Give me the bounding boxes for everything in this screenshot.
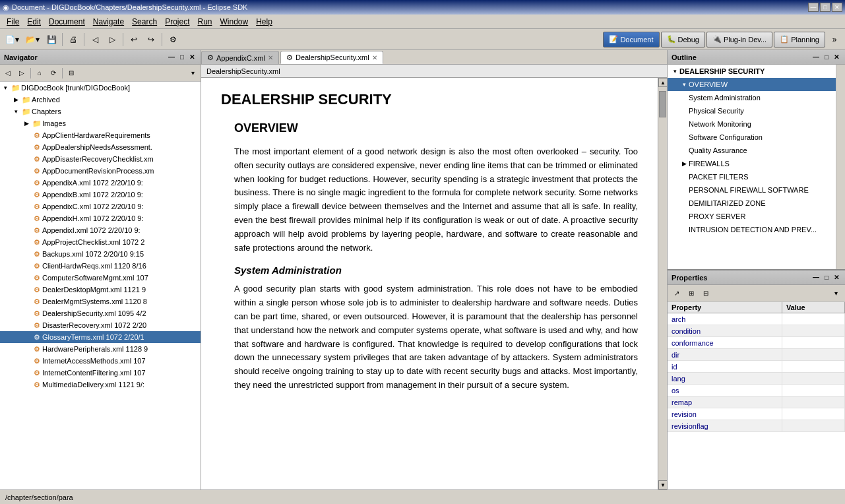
list-item[interactable]: ▶ 📁 Images bbox=[0, 117, 201, 129]
list-item[interactable]: ⚙ AppendixB.xml 1072 2/20/10 9: bbox=[0, 189, 201, 201]
list-item[interactable]: ⚙ AppendixA.xml 1072 2/20/10 9: bbox=[0, 177, 201, 189]
toolbar-back-btn[interactable]: ◁ bbox=[87, 32, 103, 47]
table-row[interactable]: arch bbox=[668, 313, 845, 325]
perspective-debug[interactable]: 🐛 Debug bbox=[661, 32, 705, 47]
outline-item-packet[interactable]: PACKET FILTERS bbox=[668, 170, 836, 183]
prop-value-cell[interactable] bbox=[782, 420, 844, 432]
tree-archived[interactable]: ▶ 📁 Archived bbox=[0, 94, 201, 106]
prop-value-cell[interactable] bbox=[782, 373, 844, 385]
toolbar-save-btn[interactable]: 💾 bbox=[44, 32, 59, 47]
list-item[interactable]: ⚙ AppClientHardwareRequirements bbox=[0, 129, 201, 141]
prop-value-cell[interactable] bbox=[782, 337, 844, 349]
perspective-plugin[interactable]: 🔌 Plug-in Dev... bbox=[706, 32, 772, 47]
list-item[interactable]: ⚙ AppendixI.xml 1072 2/20/10 9: bbox=[0, 224, 201, 236]
appendixc-tab-close[interactable]: ✕ bbox=[268, 54, 273, 61]
outline-item-physical[interactable]: Physical Security bbox=[668, 104, 836, 117]
prop-value-cell[interactable] bbox=[782, 408, 844, 420]
list-item[interactable]: ⚙ Backups.xml 1072 2/20/10 9:15 bbox=[0, 248, 201, 260]
prop-toolbar-btn1[interactable]: ↗ bbox=[670, 287, 683, 300]
prop-value-cell[interactable] bbox=[782, 313, 844, 325]
outline-close-btn[interactable]: ✕ bbox=[832, 53, 841, 61]
menu-search[interactable]: Search bbox=[128, 16, 161, 28]
prop-value-cell[interactable] bbox=[782, 349, 844, 361]
prop-toolbar-btn3[interactable]: ⊟ bbox=[699, 287, 712, 300]
nav-sync-btn[interactable]: ⟳ bbox=[47, 67, 60, 80]
toolbar-misc-btn[interactable]: ⚙ bbox=[165, 32, 181, 47]
minimize-button[interactable]: — bbox=[808, 3, 819, 12]
menu-help[interactable]: Help bbox=[252, 16, 276, 28]
table-row[interactable]: revision bbox=[668, 408, 845, 420]
list-item[interactable]: ⚙ MultimediaDelivery.xml 1121 9/: bbox=[0, 379, 201, 391]
menu-edit[interactable]: Edit bbox=[23, 16, 45, 28]
prop-value-cell[interactable] bbox=[782, 361, 844, 373]
maximize-button[interactable]: □ bbox=[820, 3, 830, 12]
list-item[interactable]: ⚙ DealershipSecurity.xml 1095 4/2 bbox=[0, 307, 201, 319]
list-item[interactable]: ⚙ AppDisasterRecoveryChecklist.xm bbox=[0, 153, 201, 165]
properties-minimize-btn[interactable]: — bbox=[811, 273, 821, 282]
menu-file[interactable]: File bbox=[3, 16, 23, 28]
list-item[interactable]: ⚙ DealerMgmtSystems.xml 1120 8 bbox=[0, 296, 201, 307]
navigator-maximize-btn[interactable]: □ bbox=[178, 53, 186, 61]
scrollbar-thumb[interactable] bbox=[659, 91, 666, 117]
scrollbar-up-arrow[interactable]: ▲ bbox=[658, 78, 667, 87]
toolbar-open-btn[interactable]: 📂▾ bbox=[23, 32, 42, 47]
dealershipsecurity-tab-close[interactable]: ✕ bbox=[372, 54, 377, 61]
toolbar-undo-btn[interactable]: ↩ bbox=[126, 32, 142, 47]
firewalls-toggle-icon[interactable]: ▶ bbox=[679, 160, 689, 167]
toolbar-redo-btn[interactable]: ↪ bbox=[143, 32, 159, 47]
list-item[interactable]: ⚙ InternetContentFiltering.xml 107 bbox=[0, 367, 201, 379]
table-row[interactable]: conformance bbox=[668, 337, 845, 349]
perspective-document[interactable]: 📝 Document bbox=[603, 32, 659, 47]
prop-value-cell[interactable] bbox=[782, 396, 844, 408]
tree-root[interactable]: ▾ 📁 DIGDocBook [trunk/DIGDocBook] bbox=[0, 82, 201, 94]
prop-value-cell[interactable] bbox=[782, 325, 844, 337]
nav-menu-btn[interactable]: ▾ bbox=[186, 67, 199, 80]
outline-minimize-btn[interactable]: — bbox=[811, 53, 821, 61]
list-item[interactable]: ⚙ GlossaryTerms.xml 1072 2/20/1 bbox=[0, 331, 201, 343]
prop-value-cell[interactable] bbox=[782, 385, 844, 396]
perspective-planning[interactable]: 📋 Planning bbox=[774, 32, 825, 47]
list-item[interactable]: ⚙ ClientHardwReqs.xml 1120 8/16 bbox=[0, 260, 201, 272]
outline-item-proxy[interactable]: PROXY SERVER bbox=[668, 210, 836, 223]
menu-window[interactable]: Window bbox=[216, 16, 253, 28]
toolbar-print-btn[interactable]: 🖨 bbox=[65, 32, 81, 47]
list-item[interactable]: ⚙ DisasterRecovery.xml 1072 2/20 bbox=[0, 319, 201, 331]
outline-item-quality[interactable]: Quality Assurance bbox=[668, 144, 836, 157]
editor-content[interactable]: DEALERSHIP SECURITY OVERVIEW The most im… bbox=[201, 78, 658, 489]
list-item[interactable]: ⚙ AppProjectChecklist.xml 1072 2 bbox=[0, 236, 201, 248]
list-item[interactable]: ⚙ ComputerSoftwareMgmt.xml 107 bbox=[0, 272, 201, 284]
perspective-overflow-btn[interactable]: » bbox=[827, 32, 842, 47]
table-row[interactable]: lang bbox=[668, 373, 845, 385]
outline-maximize-btn[interactable]: □ bbox=[823, 53, 830, 61]
tree-chapters[interactable]: ▾ 📁 Chapters bbox=[0, 106, 201, 117]
navigator-minimize-btn[interactable]: — bbox=[166, 53, 177, 61]
chapters-toggle-icon[interactable]: ▾ bbox=[11, 108, 21, 115]
list-item[interactable]: ⚙ DealerDesktopMgmt.xml 1121 9 bbox=[0, 284, 201, 296]
list-item[interactable]: ⚙ HardwarePeripherals.xml 1128 9 bbox=[0, 343, 201, 355]
list-item[interactable]: ⚙ AppendixH.xml 1072 2/20/10 9: bbox=[0, 212, 201, 224]
outline-item-sysadmin[interactable]: System Administration bbox=[668, 91, 836, 104]
overview-toggle-icon[interactable]: ▾ bbox=[679, 81, 689, 88]
prop-toolbar-menu-btn[interactable]: ▾ bbox=[829, 287, 842, 300]
editor-scrollbar[interactable]: ▲ ▼ bbox=[658, 78, 667, 489]
outline-item-network[interactable]: Network Monitoring bbox=[668, 117, 836, 131]
menu-project[interactable]: Project bbox=[161, 16, 193, 28]
nav-back-btn[interactable]: ◁ bbox=[1, 67, 15, 80]
outline-item-overview[interactable]: ▾ OVERVIEW bbox=[668, 78, 836, 91]
list-item[interactable]: ⚙ AppDealershipNeedsAssessment. bbox=[0, 141, 201, 153]
scrollbar-down-arrow[interactable]: ▼ bbox=[658, 480, 667, 489]
close-button[interactable]: ✕ bbox=[832, 3, 842, 12]
prop-toolbar-btn2[interactable]: ⊞ bbox=[685, 287, 698, 300]
outline-item-software[interactable]: Software Configuration bbox=[668, 131, 836, 144]
tab-appendixc[interactable]: ⚙ AppendixC.xml ✕ bbox=[201, 51, 279, 64]
navigator-close-btn[interactable]: ✕ bbox=[187, 53, 197, 61]
outline-item-personal[interactable]: PERSONAL FIREWALL SOFTWARE bbox=[668, 183, 836, 197]
toolbar-new-btn[interactable]: 📄▾ bbox=[3, 32, 22, 47]
table-row[interactable]: os bbox=[668, 385, 845, 396]
outline-item-intrusion[interactable]: INTRUSION DETECTION AND PREV... bbox=[668, 223, 836, 236]
table-row[interactable]: dir bbox=[668, 349, 845, 361]
archived-toggle-icon[interactable]: ▶ bbox=[11, 96, 21, 103]
tab-dealershipsecurity[interactable]: ⚙ DealershipSecurity.xml ✕ bbox=[280, 51, 383, 64]
properties-close-btn[interactable]: ✕ bbox=[832, 273, 841, 282]
root-toggle-icon[interactable]: ▾ bbox=[0, 84, 11, 91]
